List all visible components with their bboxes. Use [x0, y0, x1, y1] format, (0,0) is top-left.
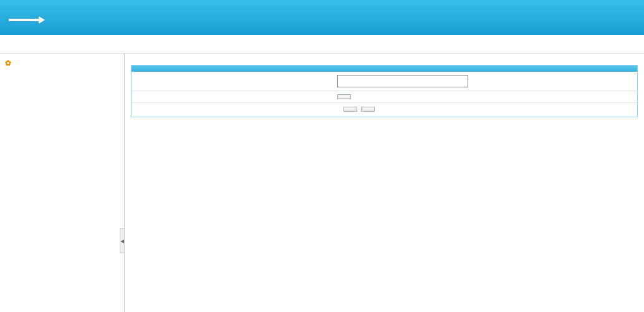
- submit-button[interactable]: [344, 107, 357, 112]
- user-area: [618, 0, 644, 35]
- form-row-file: [132, 91, 637, 103]
- sidebar-collapse-handle[interactable]: ◀: [120, 228, 125, 253]
- top-bar: [0, 0, 644, 35]
- panel-title: [132, 66, 637, 72]
- reset-button[interactable]: [361, 107, 375, 112]
- sub-nav: [0, 35, 644, 54]
- button-row: [132, 103, 637, 117]
- tablename-input[interactable]: [337, 75, 468, 87]
- content: [125, 54, 644, 312]
- arrow-icon: [9, 19, 40, 21]
- breadcrumb: [131, 59, 638, 65]
- choose-file-button[interactable]: [337, 94, 351, 99]
- panel-body: [132, 72, 637, 117]
- logo: [0, 0, 110, 35]
- gear-icon: ✿: [5, 59, 11, 67]
- sidebar-title: ✿: [0, 56, 124, 70]
- form-row-tablename: [132, 72, 637, 91]
- sidebar: ✿ ◀: [0, 54, 125, 312]
- panel: [131, 65, 638, 117]
- main-area: ✿ ◀: [0, 54, 644, 312]
